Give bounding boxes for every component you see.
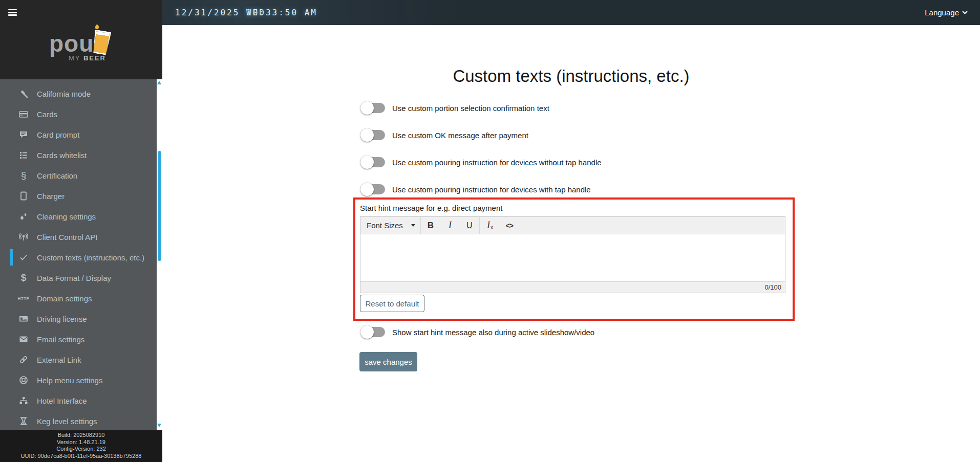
app-window: 12/31/2025 WED 10:33:50 AM Language pour…: [0, 0, 980, 462]
editor-text-area[interactable]: [360, 234, 785, 281]
sidebar-item-cards-whitelist[interactable]: Cards whitelist: [0, 145, 157, 165]
clock-time: 10:33:50 AM: [246, 0, 317, 25]
toggle-knob: [360, 325, 374, 339]
sitemap-icon: [17, 395, 30, 406]
rich-text-editor: Font Sizes B I U Ix <> 0/100: [360, 216, 785, 293]
clear-formatting-button[interactable]: Ix: [480, 217, 500, 234]
logo-subtitle: MY BEER: [69, 54, 106, 62]
toggle-pouring-with-tap[interactable]: [361, 184, 385, 194]
sidebar-item-card-prompt[interactable]: Card prompt: [0, 124, 157, 145]
droplets-icon: [17, 211, 30, 222]
sidebar-item-label: External Link: [37, 356, 81, 364]
toggle-knob: [360, 128, 374, 142]
underline-button[interactable]: U: [460, 217, 479, 234]
list-icon: [17, 150, 30, 160]
toggle-row-slideshow: Show start hint message also during acti…: [361, 325, 594, 339]
scroll-down-arrow[interactable]: [157, 424, 162, 428]
sidebar-item-label: Data Format / Display: [37, 274, 111, 282]
envelope-icon: [17, 334, 30, 344]
highlighted-section: Start hint message for e.g. direct payme…: [353, 197, 795, 321]
language-label: Language: [925, 8, 959, 17]
sidebar-item-charger[interactable]: Charger: [0, 186, 157, 206]
toggle-pouring-without-tap[interactable]: [361, 157, 385, 167]
check-icon: [17, 252, 30, 262]
life-ring-icon: [17, 375, 30, 385]
toggle-row-ok-message: Use custom OK message after payment: [361, 128, 528, 142]
podcast-icon: [17, 232, 30, 242]
sidebar-item-driving-license[interactable]: Driving license: [0, 309, 157, 329]
hourglass-icon: [17, 416, 30, 426]
sidebar-item-label: Help menu settings: [37, 376, 102, 385]
toggle-row-pouring-without-tap: Use custom pouring instruction for devic…: [361, 155, 602, 169]
sidebar-item-label: Cleaning settings: [37, 212, 96, 221]
save-changes-button[interactable]: save changes: [359, 352, 417, 371]
toggle-label: Use custom OK message after payment: [392, 131, 528, 140]
language-dropdown[interactable]: Language: [925, 0, 968, 25]
comment-icon: [17, 129, 30, 140]
hint-message-label: Start hint message for e.g. direct payme…: [360, 204, 502, 212]
sidebar-item-data-format[interactable]: $ Data Format / Display: [0, 268, 157, 288]
sidebar-item-cleaning-settings[interactable]: Cleaning settings: [0, 206, 157, 227]
sidebar: California mode Cards Card prompt Cards …: [0, 79, 162, 430]
version-info: Version: 1.48.21.19: [0, 439, 162, 446]
hamburger-menu-icon[interactable]: [8, 9, 17, 16]
sidebar-item-email-settings[interactable]: Email settings: [0, 329, 157, 349]
toggle-portion-confirmation[interactable]: [361, 103, 385, 113]
sidebar-item-label: Certification: [37, 171, 77, 180]
sidebar-item-label: Keg level settings: [37, 417, 97, 426]
sidebar-item-hotel-interface[interactable]: Hotel Interface: [0, 390, 157, 411]
sidebar-item-help-menu-settings[interactable]: Help menu settings: [0, 370, 157, 390]
toggle-slideshow[interactable]: [361, 327, 385, 337]
sidebar-item-client-control-api[interactable]: Client Control API: [0, 227, 157, 247]
tablet-icon: [17, 191, 30, 201]
source-code-button[interactable]: <>: [500, 217, 519, 234]
sidebar-item-label: California mode: [37, 90, 91, 98]
sidebar-item-cards[interactable]: Cards: [0, 104, 157, 124]
toggle-label: Use custom pouring instruction for devic…: [392, 185, 591, 194]
sidebar-item-certification[interactable]: § Certification: [0, 165, 157, 186]
toggle-knob: [360, 183, 374, 196]
reset-to-default-button[interactable]: Reset to default: [360, 295, 424, 312]
sidebar-item-label: Charger: [37, 192, 65, 201]
char-counter: 0/100: [764, 283, 781, 291]
sidebar-item-domain-settings[interactable]: HTTP Domain settings: [0, 288, 157, 309]
beer-glass-icon: [44, 24, 70, 56]
caret-down-icon: [411, 224, 415, 227]
sidebar-scrollbar: [157, 79, 162, 430]
credit-card-icon: [17, 109, 30, 119]
toggle-knob: [360, 101, 374, 115]
scroll-up-arrow[interactable]: [157, 81, 162, 85]
font-sizes-dropdown[interactable]: Font Sizes: [360, 217, 420, 234]
italic-button[interactable]: I: [440, 217, 460, 234]
toggle-label: Show start hint message also during acti…: [392, 328, 594, 337]
sidebar-item-label: Cards whitelist: [37, 151, 87, 160]
sidebar-item-california-mode[interactable]: California mode: [0, 83, 157, 104]
top-bar: 12/31/2025 WED 10:33:50 AM Language: [162, 0, 980, 25]
logo-block: pour MY BEER: [0, 0, 162, 79]
sidebar-item-keg-level-settings[interactable]: Keg level settings: [0, 411, 157, 431]
sidebar-item-label: Email settings: [37, 335, 84, 344]
http-icon: HTTP: [17, 296, 30, 301]
sidebar-item-label: Client Control API: [37, 233, 97, 241]
sidebar-item-custom-texts[interactable]: Custom texts (instructions, etc.): [0, 247, 157, 268]
gavel-icon: [17, 89, 30, 99]
sidebar-menu: California mode Cards Card prompt Cards …: [0, 79, 157, 431]
uuid-info: UUID: 90de7ca8-b0f1-11ef-95aa-30138b7952…: [0, 453, 162, 460]
toggle-ok-message[interactable]: [361, 130, 385, 140]
toggle-label: Use custom portion selection confirmatio…: [392, 104, 549, 113]
config-version-info: Config-Version: 232: [0, 446, 162, 453]
scrollbar-thumb[interactable]: [158, 151, 161, 261]
chevron-down-icon: [962, 11, 968, 14]
sidebar-item-label: Custom texts (instructions, etc.): [37, 253, 144, 262]
toggle-label: Use custom pouring instruction for devic…: [392, 158, 602, 167]
dollar-icon: $: [17, 272, 30, 283]
build-info: Build: 2025082910: [0, 432, 162, 439]
sidebar-item-label: Domain settings: [37, 294, 92, 303]
section-sign-icon: §: [17, 170, 30, 181]
sidebar-item-label: Driving license: [37, 315, 87, 323]
toggle-knob: [360, 156, 374, 169]
bold-button[interactable]: B: [421, 217, 440, 234]
sidebar-item-label: Hotel Interface: [37, 397, 87, 405]
sidebar-item-external-link[interactable]: External Link: [0, 349, 157, 370]
sidebar-footer: Build: 2025082910 Version: 1.48.21.19 Co…: [0, 430, 162, 462]
